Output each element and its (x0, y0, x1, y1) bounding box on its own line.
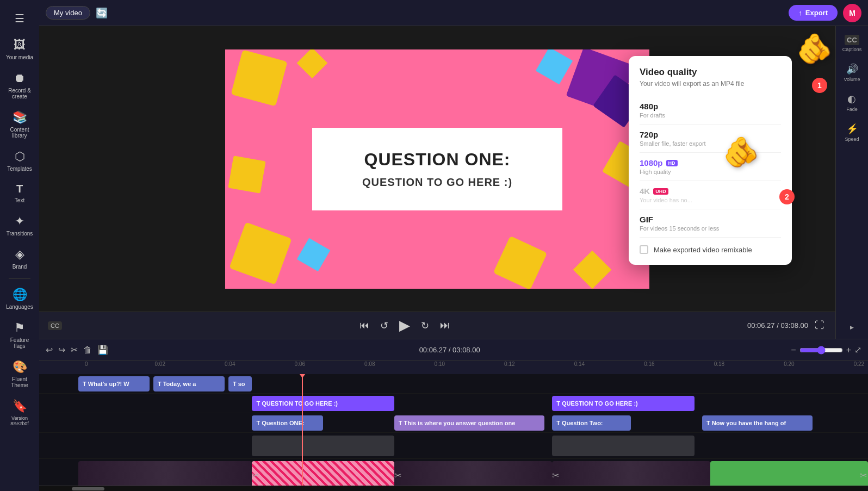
shape-yellow-cube-ml (231, 158, 263, 191)
save-button[interactable]: 💾 (97, 345, 108, 355)
quality-panel-title: Video quality (640, 67, 781, 78)
topbar: My video 🔄 ↑ Export M (39, 0, 868, 26)
sidebar-item-label: Version 8Se2b0f (4, 415, 35, 426)
shape-yellow-cube-br (500, 243, 541, 283)
clip-answer-one[interactable]: T This is where you answer question one (394, 415, 544, 431)
right-panel-volume[interactable]: 🔊 Volume (844, 60, 860, 85)
sidebar-item-fluent-theme[interactable]: 🎨 Fluent Theme (2, 356, 37, 393)
video-title[interactable]: My video (46, 6, 90, 20)
quality-option-1080p[interactable]: 1080p HD High quality (640, 153, 781, 181)
controls-center: ⏮ ↺ ▶ ↻ ⏭ (357, 315, 452, 336)
clip-label: T so (233, 381, 245, 387)
sidebar-item-version[interactable]: 🔖 Version 8Se2b0f (2, 395, 37, 431)
empty-clip-2 (552, 436, 694, 456)
right-panel-fade[interactable]: ◐ Fade (846, 90, 858, 115)
ruler-mark-12: 0:12 (504, 361, 514, 367)
shape-blue-diamond-tr (541, 52, 568, 79)
sidebar-item-transitions[interactable]: ✦ Transitions (2, 210, 37, 241)
rewind-button[interactable]: ↺ (378, 318, 390, 334)
speed-icon: ⚡ (846, 123, 858, 135)
export-label: Export (805, 9, 828, 17)
sidebar-item-label: Fluent Theme (4, 376, 35, 388)
sidebar-item-brand[interactable]: ◈ Brand (2, 243, 37, 274)
quality-480p-desc: For drafts (640, 112, 781, 119)
quality-option-4k[interactable]: 4K UHD Your video has no... (640, 181, 781, 209)
quality-option-480p[interactable]: 480p For drafts (640, 96, 781, 125)
ruler-mark-16: 0:16 (644, 361, 654, 367)
sidebar-item-record-create[interactable]: ⏺ Record & create (2, 67, 37, 104)
fade-label: Fade (846, 107, 858, 112)
cut-button[interactable]: ✂ (71, 345, 78, 355)
sidebar-item-feature-flags[interactable]: ⚑ Feature flags (2, 316, 37, 353)
your-media-icon: 🖼 (14, 38, 26, 52)
zoom-slider[interactable] (799, 346, 843, 355)
sidebar: ☰ 🖼 Your media ⏺ Record & create 📚 Conte… (0, 0, 39, 491)
clip-label: T Today, we a (158, 381, 196, 387)
hamburger-menu[interactable]: ☰ (15, 5, 24, 32)
delete-button[interactable]: 🗑 (83, 345, 92, 355)
volume-label: Volume (844, 77, 860, 82)
fast-forward-button[interactable]: ↻ (419, 318, 431, 334)
ruler-mark-08: 0:08 (364, 361, 375, 367)
clip-question-goto-2[interactable]: T QUESTION TO GO HERE :) (552, 396, 694, 411)
fullscreen-button[interactable]: ⛶ (813, 318, 827, 333)
skip-back-button[interactable]: ⏮ (357, 318, 371, 333)
timeline-scrollbar[interactable] (39, 486, 868, 491)
clip-whatsup[interactable]: T What's up?! W (78, 376, 150, 391)
ruler-mark-20: 0:20 (784, 361, 794, 367)
redo-button[interactable]: ↪ (58, 345, 65, 355)
clip-hang-of[interactable]: T Now you have the hang of (702, 415, 813, 431)
zoom-in-button[interactable]: + (846, 345, 851, 355)
step-badge-1: 1 (812, 78, 827, 93)
skip-forward-button[interactable]: ⏭ (438, 318, 452, 333)
clip-question-goto-1[interactable]: T QUESTION TO GO HERE :) (252, 396, 394, 411)
undo-button[interactable]: ↩ (46, 345, 53, 355)
remixable-checkbox[interactable] (640, 245, 648, 254)
sidebar-item-text[interactable]: T Text (2, 178, 37, 208)
sidebar-divider (9, 278, 30, 279)
collapse-icon: ▶ (850, 325, 854, 330)
video-strip-dark-3[interactable] (552, 461, 710, 486)
sidebar-item-label: Brand (13, 264, 27, 270)
clip-so[interactable]: T so (228, 376, 252, 391)
zoom-out-button[interactable]: − (791, 345, 796, 355)
clip-label: T Question ONE: (256, 420, 304, 426)
content-area: QUESTION ONE: QUESTION TO GO HERE :) Vid… (39, 26, 868, 339)
clip-question-two[interactable]: T Question Two: (552, 415, 631, 431)
volume-icon: 🔊 (846, 63, 858, 75)
scrollbar-thumb[interactable] (72, 487, 104, 490)
fluent-theme-icon: 🎨 (13, 360, 27, 374)
expand-timeline-button[interactable]: ⤢ (854, 345, 861, 355)
sidebar-item-languages[interactable]: 🌐 Languages (2, 283, 37, 314)
video-strip-dark-2[interactable] (394, 461, 552, 486)
controls-right: 00:06.27 / 03:08.00 ⛶ (747, 318, 827, 333)
right-panel-captions[interactable]: CC Captions (842, 32, 862, 55)
user-avatar[interactable]: M (843, 4, 861, 22)
video-preview: QUESTION ONE: QUESTION TO GO HERE :) Vid… (39, 26, 835, 312)
video-canvas: QUESTION ONE: QUESTION TO GO HERE :) (225, 49, 649, 289)
right-panel: CC Captions 🔊 Volume ◐ Fade ⚡ Speed ▶ (835, 26, 868, 339)
collapse-right-panel[interactable]: ▶ (850, 321, 854, 333)
shape-yellow-cube-tl (236, 55, 282, 101)
clip-today[interactable]: T Today, we a (153, 376, 225, 391)
video-strip-pink[interactable] (252, 461, 394, 486)
ruler-mark-0: 0 (85, 361, 88, 367)
export-button[interactable]: ↑ Export (789, 5, 838, 21)
cc-button[interactable]: CC (48, 321, 62, 330)
sidebar-item-templates[interactable]: ⬡ Templates (2, 145, 37, 176)
quality-gif-name: GIF (640, 215, 781, 224)
sidebar-item-content-library[interactable]: 📚 Content library (2, 106, 37, 143)
right-panel-speed[interactable]: ⚡ Speed (845, 120, 859, 145)
quality-option-720p[interactable]: 720p Smaller file, faster export (640, 125, 781, 153)
sync-icon[interactable]: 🔄 (96, 7, 108, 19)
quality-option-gif[interactable]: GIF For videos 15 seconds or less (640, 209, 781, 238)
remixable-row: Make exported video remixable (640, 245, 781, 254)
clip-question-one[interactable]: T Question ONE: (252, 415, 323, 431)
video-strip-green[interactable] (710, 461, 868, 486)
sidebar-item-your-media[interactable]: 🖼 Your media (2, 34, 37, 65)
video-strip-dark-1[interactable] (78, 461, 252, 486)
shape-yellow-diamond-br (579, 256, 606, 283)
play-button[interactable]: ▶ (397, 315, 412, 336)
ruler-mark-06: 0:06 (295, 361, 305, 367)
track-row-video: ✂ ✂ ✂ (39, 459, 868, 486)
